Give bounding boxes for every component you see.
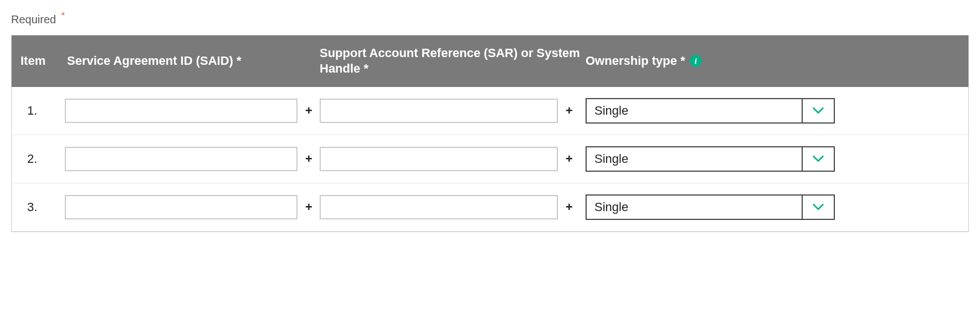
row-number: 2. bbox=[20, 152, 65, 166]
ownership-select-value: Single bbox=[587, 196, 803, 219]
ownership-select[interactable]: Single bbox=[586, 146, 835, 172]
table-row: 3. + + Single bbox=[12, 183, 968, 232]
required-text: Required bbox=[11, 13, 56, 25]
plus-icon: + bbox=[305, 104, 312, 118]
sar-input[interactable] bbox=[320, 195, 558, 219]
said-input[interactable] bbox=[65, 147, 297, 171]
ownership-select-value: Single bbox=[587, 99, 803, 122]
ownership-select-value: Single bbox=[587, 147, 803, 171]
service-agreement-table: Item Service Agreement ID (SAID) * Suppo… bbox=[11, 35, 969, 232]
table-header-row: Item Service Agreement ID (SAID) * Suppo… bbox=[12, 35, 968, 87]
plus-icon: + bbox=[305, 152, 312, 166]
plus-icon: + bbox=[566, 152, 573, 166]
row-number: 1. bbox=[20, 104, 65, 118]
chevron-down-icon[interactable] bbox=[803, 196, 834, 219]
sar-input[interactable] bbox=[320, 99, 558, 123]
said-input[interactable] bbox=[65, 195, 297, 219]
ownership-select[interactable]: Single bbox=[586, 194, 835, 220]
sar-input[interactable] bbox=[320, 147, 558, 171]
row-number: 3. bbox=[20, 200, 65, 214]
table-row: 2. + + Single bbox=[12, 135, 968, 183]
chevron-down-icon[interactable] bbox=[803, 147, 834, 171]
said-input[interactable] bbox=[65, 99, 297, 123]
info-icon[interactable]: i bbox=[690, 55, 702, 67]
header-ownership-text: Ownership type * bbox=[586, 54, 685, 68]
header-item: Item bbox=[20, 54, 65, 68]
plus-icon: + bbox=[305, 200, 312, 214]
header-said: Service Agreement ID (SAID) * bbox=[65, 54, 320, 68]
plus-icon: + bbox=[566, 104, 573, 118]
table-row: 1. + + Single bbox=[12, 87, 968, 135]
required-asterisk: * bbox=[61, 11, 65, 20]
header-ownership: Ownership type * i bbox=[586, 54, 960, 68]
header-sar: Support Account Reference (SAR) or Syste… bbox=[320, 45, 586, 77]
ownership-select[interactable]: Single bbox=[586, 98, 835, 124]
plus-icon: + bbox=[566, 200, 573, 214]
required-label: Required * bbox=[11, 11, 969, 26]
chevron-down-icon[interactable] bbox=[803, 99, 834, 122]
